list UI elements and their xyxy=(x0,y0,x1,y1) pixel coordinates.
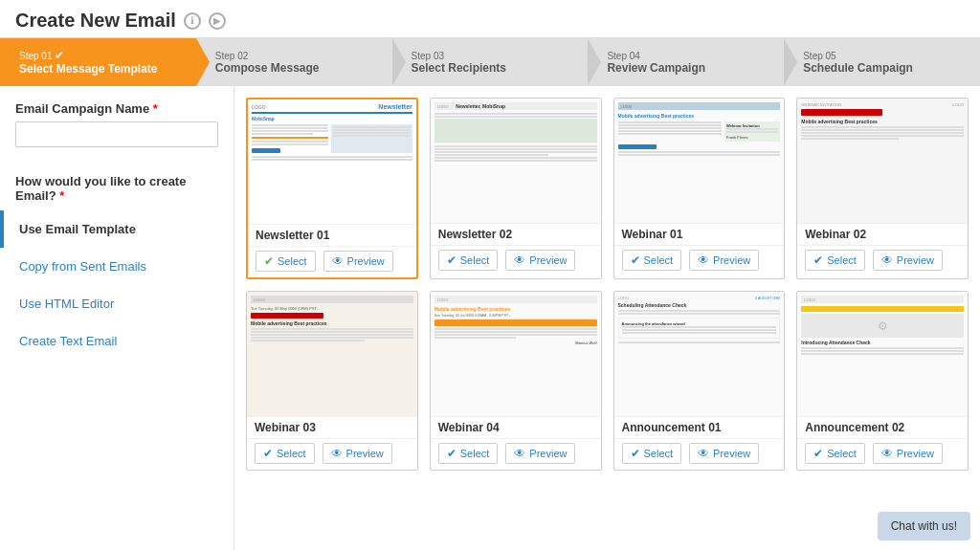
sidebar: Email Campaign Name * How would you like… xyxy=(0,86,234,550)
select-check-icon-4: ✔ xyxy=(813,253,823,267)
step-4[interactable]: Step 04 Review Campaign xyxy=(588,38,784,86)
preview-eye-icon-4: 👁 xyxy=(881,253,893,267)
template-card-webinar04[interactable]: LOGO Mobile advertising Best practices S… xyxy=(430,291,602,471)
sidebar-item-use-html-editor[interactable]: Use HTML Editor xyxy=(0,285,234,322)
preview-eye-icon-6: 👁 xyxy=(514,447,525,460)
template-preview-webinar03: LOGO Tue Tuesday, 00 May 0000 (0PM) PST.… xyxy=(247,292,417,416)
preview-eye-icon-8: 👁 xyxy=(881,447,893,460)
step-2-label: Compose Message xyxy=(215,61,320,75)
select-button-webinar02[interactable]: ✔ Select xyxy=(805,250,865,271)
preview-button-webinar01[interactable]: 👁 Preview xyxy=(689,250,759,271)
info-icon[interactable]: ℹ xyxy=(184,12,201,30)
select-check-icon-2: ✔ xyxy=(447,253,457,267)
template-preview-webinar04: LOGO Mobile advertising Best practices S… xyxy=(431,292,601,416)
step-1-check: ✔ xyxy=(55,49,64,62)
template-name-announcement02: Announcement 02 xyxy=(797,416,968,438)
how-required: * xyxy=(59,188,64,203)
select-check-icon-7: ✔ xyxy=(631,447,640,460)
campaign-name-label: Email Campaign Name * xyxy=(15,101,218,116)
sidebar-item-use-email-template[interactable]: Use Email Template xyxy=(0,210,234,248)
step-3-num: Step 03 xyxy=(412,51,506,61)
template-actions-newsletter02: ✔ Select 👁 Preview xyxy=(431,245,601,276)
sidebar-item-copy-from-sent[interactable]: Copy from Sent Emails xyxy=(0,248,234,285)
step-2-num: Step 02 xyxy=(215,51,320,61)
template-name-webinar02: Webinar 02 xyxy=(797,223,968,245)
step-5[interactable]: Step 05 Schedule Campaign xyxy=(784,38,980,86)
step-1[interactable]: Step 01 ✔ Select Message Template xyxy=(0,38,196,86)
select-button-webinar03[interactable]: ✔ Select xyxy=(255,443,315,464)
template-actions-webinar04: ✔ Select 👁 Preview xyxy=(431,438,601,470)
preview-eye-icon-2: 👁 xyxy=(514,253,525,267)
select-button-webinar01[interactable]: ✔ Select xyxy=(622,250,682,271)
template-card-newsletter02[interactable]: LOGONewsletter, MobiSnap Newsletter 02 ✔ xyxy=(430,98,602,279)
template-card-webinar03[interactable]: LOGO Tue Tuesday, 00 May 0000 (0PM) PST.… xyxy=(246,291,418,471)
preview-button-webinar04[interactable]: 👁 Preview xyxy=(505,443,575,464)
select-button-newsletter01[interactable]: ✔ Select xyxy=(256,251,316,272)
template-card-newsletter01[interactable]: LOGO Newsletter MobiSnap xyxy=(246,98,418,279)
step-1-label: Select Message Template xyxy=(19,62,158,76)
how-label: How would you like to create Email? * xyxy=(15,174,218,203)
select-button-announcement02[interactable]: ✔ Select xyxy=(805,443,865,464)
template-actions-announcement02: ✔ Select 👁 Preview xyxy=(797,438,968,470)
preview-eye-icon-3: 👁 xyxy=(698,253,709,267)
preview-button-webinar02[interactable]: 👁 Preview xyxy=(873,250,943,271)
select-button-announcement01[interactable]: ✔ Select xyxy=(622,443,682,464)
sidebar-menu: Use Email Template Copy from Sent Emails… xyxy=(0,210,234,360)
step-2[interactable]: Step 02 Compose Message xyxy=(196,38,392,86)
preview-button-newsletter01[interactable]: 👁 Preview xyxy=(323,251,393,272)
template-card-webinar02[interactable]: WEBINAR INVITATION LOGO Mobile advertisi… xyxy=(796,98,969,279)
template-name-webinar04: Webinar 04 xyxy=(431,416,601,438)
template-preview-announcement01: LOGO 0 AUGUST 0000 Scheduling Attendance… xyxy=(614,292,785,416)
template-preview-webinar01: LOGO Mobile advertising Best practices W… xyxy=(614,99,785,223)
template-preview-announcement02: LOGO ⚙ Introducing Attendance Check xyxy=(797,292,968,416)
template-card-webinar01[interactable]: LOGO Mobile advertising Best practices W… xyxy=(613,98,786,279)
template-grid: LOGO Newsletter MobiSnap xyxy=(246,98,969,471)
select-check-icon-8: ✔ xyxy=(813,447,823,460)
select-check-icon: ✔ xyxy=(264,254,274,268)
preview-eye-icon-7: 👁 xyxy=(698,447,709,460)
template-actions-webinar02: ✔ Select 👁 Preview xyxy=(797,245,968,276)
step-3-label: Select Recipients xyxy=(412,61,506,75)
template-name-webinar03: Webinar 03 xyxy=(247,416,417,438)
template-actions-webinar01: ✔ Select 👁 Preview xyxy=(614,245,785,276)
template-name-newsletter02: Newsletter 02 xyxy=(431,223,601,245)
template-preview-newsletter02: LOGONewsletter, MobiSnap xyxy=(431,99,601,223)
step-5-label: Schedule Campaign xyxy=(803,61,913,75)
steps-bar: Step 01 ✔ Select Message Template Step 0… xyxy=(0,38,980,86)
preview-eye-icon-5: 👁 xyxy=(331,447,343,460)
step-3[interactable]: Step 03 Select Recipients xyxy=(392,38,589,86)
step-4-label: Review Campaign xyxy=(607,61,705,75)
chat-button[interactable]: Chat with us! xyxy=(878,512,970,540)
select-check-icon-5: ✔ xyxy=(263,447,273,460)
select-button-newsletter02[interactable]: ✔ Select xyxy=(438,250,499,271)
select-check-icon-6: ✔ xyxy=(447,447,457,460)
sidebar-item-create-text-email[interactable]: Create Text Email xyxy=(0,322,234,360)
play-icon[interactable]: ▶ xyxy=(209,12,226,30)
campaign-name-input[interactable] xyxy=(15,121,218,147)
preview-button-newsletter02[interactable]: 👁 Preview xyxy=(505,250,575,271)
preview-button-announcement02[interactable]: 👁 Preview xyxy=(873,443,943,464)
template-actions-newsletter01: ✔ Select 👁 Preview xyxy=(248,246,416,277)
template-card-announcement02[interactable]: LOGO ⚙ Introducing Attendance Check Anno… xyxy=(796,291,969,471)
template-actions-announcement01: ✔ Select 👁 Preview xyxy=(614,438,785,470)
campaign-name-required: * xyxy=(153,101,158,116)
select-check-icon-3: ✔ xyxy=(631,253,640,267)
template-card-announcement01[interactable]: LOGO 0 AUGUST 0000 Scheduling Attendance… xyxy=(613,291,786,471)
step-1-num: Step 01 xyxy=(19,51,52,61)
step-4-num: Step 04 xyxy=(607,51,705,61)
page-title: Create New Email xyxy=(15,10,176,32)
template-preview-newsletter01: LOGO Newsletter MobiSnap xyxy=(248,99,416,224)
template-name-announcement01: Announcement 01 xyxy=(614,416,785,438)
select-button-webinar04[interactable]: ✔ Select xyxy=(438,443,499,464)
main-panel: LOGO Newsletter MobiSnap xyxy=(234,86,980,550)
step-5-num: Step 05 xyxy=(803,51,913,61)
preview-button-announcement01[interactable]: 👁 Preview xyxy=(689,443,759,464)
template-preview-webinar02: WEBINAR INVITATION LOGO Mobile advertisi… xyxy=(797,99,968,223)
preview-eye-icon: 👁 xyxy=(332,254,344,268)
preview-button-webinar03[interactable]: 👁 Preview xyxy=(323,443,392,464)
template-name-newsletter01: Newsletter 01 xyxy=(248,224,416,246)
template-actions-webinar03: ✔ Select 👁 Preview xyxy=(247,438,417,470)
template-name-webinar01: Webinar 01 xyxy=(614,223,785,245)
